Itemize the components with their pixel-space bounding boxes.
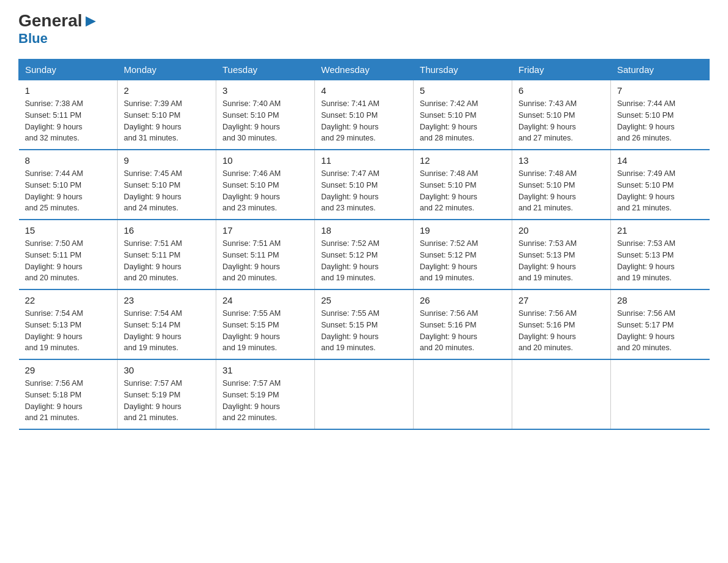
day-info: Sunrise: 7:44 AMSunset: 5:10 PMDaylight:… bbox=[617, 98, 703, 144]
day-number: 11 bbox=[321, 155, 407, 166]
calendar-cell: 24Sunrise: 7:55 AMSunset: 5:15 PMDayligh… bbox=[216, 289, 315, 359]
day-number: 25 bbox=[321, 295, 407, 305]
day-info: Sunrise: 7:55 AMSunset: 5:15 PMDaylight:… bbox=[222, 308, 308, 354]
calendar-cell: 30Sunrise: 7:57 AMSunset: 5:19 PMDayligh… bbox=[118, 359, 216, 429]
day-number: 8 bbox=[25, 155, 112, 166]
day-info: Sunrise: 7:56 AMSunset: 5:16 PMDaylight:… bbox=[518, 308, 604, 354]
header-saturday: Saturday bbox=[611, 59, 710, 80]
calendar-cell: 16Sunrise: 7:51 AMSunset: 5:11 PMDayligh… bbox=[118, 220, 216, 289]
day-info: Sunrise: 7:39 AMSunset: 5:10 PMDaylight:… bbox=[124, 98, 210, 144]
header-friday: Friday bbox=[512, 59, 611, 80]
week-row-2: 8Sunrise: 7:44 AMSunset: 5:10 PMDaylight… bbox=[19, 150, 710, 220]
day-info: Sunrise: 7:41 AMSunset: 5:10 PMDaylight:… bbox=[321, 98, 407, 144]
day-info: Sunrise: 7:40 AMSunset: 5:10 PMDaylight:… bbox=[222, 98, 308, 144]
day-number: 24 bbox=[222, 295, 308, 305]
calendar-cell: 7Sunrise: 7:44 AMSunset: 5:10 PMDaylight… bbox=[611, 80, 710, 150]
logo: General► Blue bbox=[18, 12, 99, 47]
day-number: 23 bbox=[124, 295, 210, 305]
calendar-cell bbox=[512, 359, 611, 429]
day-number: 30 bbox=[124, 365, 210, 375]
day-number: 18 bbox=[321, 225, 407, 236]
calendar-cell: 6Sunrise: 7:43 AMSunset: 5:10 PMDaylight… bbox=[512, 80, 611, 150]
calendar-cell: 27Sunrise: 7:56 AMSunset: 5:16 PMDayligh… bbox=[512, 289, 611, 359]
day-number: 7 bbox=[617, 85, 703, 96]
header-thursday: Thursday bbox=[414, 59, 512, 80]
header: General► Blue bbox=[18, 12, 710, 47]
day-number: 1 bbox=[25, 85, 112, 96]
day-number: 5 bbox=[420, 85, 506, 96]
day-number: 17 bbox=[222, 225, 308, 236]
header-monday: Monday bbox=[118, 59, 216, 80]
day-info: Sunrise: 7:56 AMSunset: 5:17 PMDaylight:… bbox=[617, 308, 703, 354]
calendar-cell bbox=[611, 359, 710, 429]
calendar-cell: 4Sunrise: 7:41 AMSunset: 5:10 PMDaylight… bbox=[315, 80, 414, 150]
calendar-cell: 1Sunrise: 7:38 AMSunset: 5:11 PMDaylight… bbox=[19, 80, 118, 150]
day-number: 19 bbox=[420, 225, 506, 236]
day-number: 26 bbox=[420, 295, 506, 305]
header-wednesday: Wednesday bbox=[315, 59, 414, 80]
day-headers-row: Sunday Monday Tuesday Wednesday Thursday… bbox=[19, 59, 710, 80]
day-info: Sunrise: 7:52 AMSunset: 5:12 PMDaylight:… bbox=[321, 238, 407, 284]
week-row-3: 15Sunrise: 7:50 AMSunset: 5:11 PMDayligh… bbox=[19, 220, 710, 289]
week-row-1: 1Sunrise: 7:38 AMSunset: 5:11 PMDaylight… bbox=[19, 80, 710, 150]
day-info: Sunrise: 7:45 AMSunset: 5:10 PMDaylight:… bbox=[124, 168, 210, 214]
day-info: Sunrise: 7:57 AMSunset: 5:19 PMDaylight:… bbox=[124, 378, 210, 424]
calendar-table: Sunday Monday Tuesday Wednesday Thursday… bbox=[18, 59, 710, 430]
day-number: 16 bbox=[124, 225, 210, 236]
calendar-cell: 22Sunrise: 7:54 AMSunset: 5:13 PMDayligh… bbox=[19, 289, 118, 359]
day-info: Sunrise: 7:47 AMSunset: 5:10 PMDaylight:… bbox=[321, 168, 407, 214]
day-info: Sunrise: 7:46 AMSunset: 5:10 PMDaylight:… bbox=[222, 168, 308, 214]
calendar-cell: 29Sunrise: 7:56 AMSunset: 5:18 PMDayligh… bbox=[19, 359, 118, 429]
header-sunday: Sunday bbox=[19, 59, 118, 80]
logo-general-text: General► bbox=[18, 12, 99, 29]
day-number: 13 bbox=[518, 155, 604, 166]
day-info: Sunrise: 7:44 AMSunset: 5:10 PMDaylight:… bbox=[25, 168, 112, 214]
day-number: 29 bbox=[25, 365, 112, 375]
calendar-cell: 21Sunrise: 7:53 AMSunset: 5:13 PMDayligh… bbox=[611, 220, 710, 289]
day-info: Sunrise: 7:49 AMSunset: 5:10 PMDaylight:… bbox=[617, 168, 703, 214]
day-info: Sunrise: 7:50 AMSunset: 5:11 PMDaylight:… bbox=[25, 238, 112, 284]
day-number: 27 bbox=[518, 295, 604, 305]
day-number: 15 bbox=[25, 225, 112, 236]
calendar-cell: 11Sunrise: 7:47 AMSunset: 5:10 PMDayligh… bbox=[315, 150, 414, 220]
day-number: 2 bbox=[124, 85, 210, 96]
day-number: 10 bbox=[222, 155, 308, 166]
calendar-cell: 3Sunrise: 7:40 AMSunset: 5:10 PMDaylight… bbox=[216, 80, 315, 150]
week-row-5: 29Sunrise: 7:56 AMSunset: 5:18 PMDayligh… bbox=[19, 359, 710, 429]
calendar-cell: 2Sunrise: 7:39 AMSunset: 5:10 PMDaylight… bbox=[118, 80, 216, 150]
day-number: 4 bbox=[321, 85, 407, 96]
calendar-cell: 5Sunrise: 7:42 AMSunset: 5:10 PMDaylight… bbox=[414, 80, 512, 150]
day-number: 12 bbox=[420, 155, 506, 166]
calendar-cell: 25Sunrise: 7:55 AMSunset: 5:15 PMDayligh… bbox=[315, 289, 414, 359]
day-number: 6 bbox=[518, 85, 604, 96]
day-info: Sunrise: 7:53 AMSunset: 5:13 PMDaylight:… bbox=[518, 238, 604, 284]
day-info: Sunrise: 7:53 AMSunset: 5:13 PMDaylight:… bbox=[617, 238, 703, 284]
day-info: Sunrise: 7:54 AMSunset: 5:14 PMDaylight:… bbox=[124, 308, 210, 354]
calendar-cell bbox=[315, 359, 414, 429]
calendar-cell: 17Sunrise: 7:51 AMSunset: 5:11 PMDayligh… bbox=[216, 220, 315, 289]
day-number: 28 bbox=[617, 295, 703, 305]
day-info: Sunrise: 7:57 AMSunset: 5:19 PMDaylight:… bbox=[222, 378, 308, 424]
day-info: Sunrise: 7:55 AMSunset: 5:15 PMDaylight:… bbox=[321, 308, 407, 354]
calendar-cell: 31Sunrise: 7:57 AMSunset: 5:19 PMDayligh… bbox=[216, 359, 315, 429]
calendar-cell: 19Sunrise: 7:52 AMSunset: 5:12 PMDayligh… bbox=[414, 220, 512, 289]
day-info: Sunrise: 7:43 AMSunset: 5:10 PMDaylight:… bbox=[518, 98, 604, 144]
calendar-cell: 8Sunrise: 7:44 AMSunset: 5:10 PMDaylight… bbox=[19, 150, 118, 220]
calendar-cell: 9Sunrise: 7:45 AMSunset: 5:10 PMDaylight… bbox=[118, 150, 216, 220]
day-info: Sunrise: 7:56 AMSunset: 5:18 PMDaylight:… bbox=[25, 378, 112, 424]
day-info: Sunrise: 7:54 AMSunset: 5:13 PMDaylight:… bbox=[25, 308, 112, 354]
day-number: 22 bbox=[25, 295, 112, 305]
day-info: Sunrise: 7:48 AMSunset: 5:10 PMDaylight:… bbox=[420, 168, 506, 214]
header-tuesday: Tuesday bbox=[216, 59, 315, 80]
day-number: 9 bbox=[124, 155, 210, 166]
day-number: 3 bbox=[222, 85, 308, 96]
calendar-cell: 26Sunrise: 7:56 AMSunset: 5:16 PMDayligh… bbox=[414, 289, 512, 359]
day-number: 20 bbox=[518, 225, 604, 236]
day-info: Sunrise: 7:48 AMSunset: 5:10 PMDaylight:… bbox=[518, 168, 604, 214]
week-row-4: 22Sunrise: 7:54 AMSunset: 5:13 PMDayligh… bbox=[19, 289, 710, 359]
calendar-cell: 20Sunrise: 7:53 AMSunset: 5:13 PMDayligh… bbox=[512, 220, 611, 289]
calendar-cell: 13Sunrise: 7:48 AMSunset: 5:10 PMDayligh… bbox=[512, 150, 611, 220]
day-info: Sunrise: 7:38 AMSunset: 5:11 PMDaylight:… bbox=[25, 98, 112, 144]
day-info: Sunrise: 7:51 AMSunset: 5:11 PMDaylight:… bbox=[222, 238, 308, 284]
logo-blue-text: Blue bbox=[18, 31, 48, 47]
